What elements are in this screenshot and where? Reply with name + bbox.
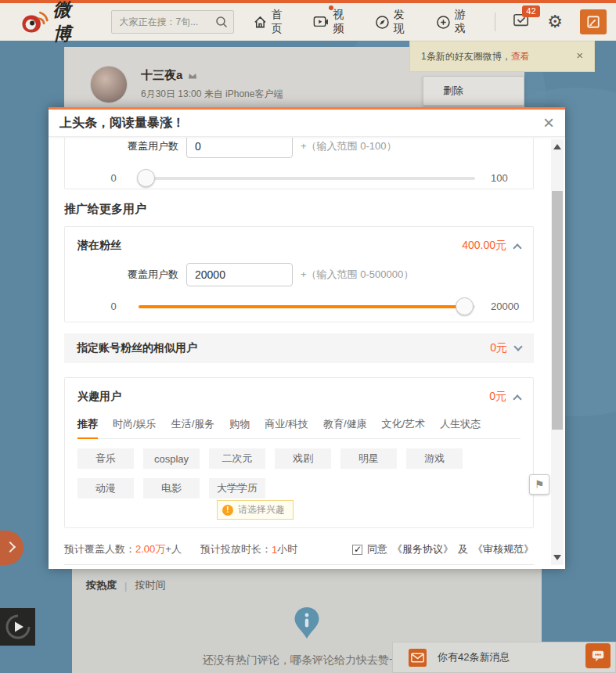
tag-drama[interactable]: 戏剧 bbox=[275, 448, 331, 469]
interest-users-header[interactable]: 兴趣用户 0元 bbox=[77, 387, 521, 406]
fans-slider-row: 0 20000 bbox=[77, 301, 521, 312]
tab-culture-art[interactable]: 文化/艺术 bbox=[382, 412, 426, 438]
nav-right: 42 bbox=[513, 9, 616, 34]
service-agreement-link[interactable]: 《服务协议》 bbox=[392, 542, 453, 556]
toast-close-icon[interactable] bbox=[576, 49, 583, 62]
agree-text: 同意 bbox=[367, 542, 387, 556]
tab-recommended[interactable]: 推荐 bbox=[77, 412, 98, 439]
tag-2d[interactable]: 二次元 bbox=[209, 448, 265, 469]
video-icon bbox=[313, 15, 329, 29]
slider-fill bbox=[139, 305, 465, 308]
weibo-logo[interactable]: 微博 bbox=[20, 0, 91, 46]
nav-item-home[interactable]: 首页 bbox=[253, 8, 294, 36]
comment-sort-row: 按热度 | 按时间 bbox=[86, 578, 165, 592]
collapse-up-icon[interactable] bbox=[513, 243, 521, 252]
weibo-eye-icon bbox=[20, 10, 49, 34]
nav-item-games[interactable]: 游戏 bbox=[436, 8, 477, 36]
tag-anime[interactable]: 动漫 bbox=[77, 478, 134, 498]
play-icon bbox=[5, 614, 31, 640]
summary-row: 预计覆盖人数：2.00万+人 预计投放时长：1小时 同意《服务协议》及《审核规范… bbox=[64, 536, 534, 565]
nav-divider bbox=[495, 13, 495, 31]
chat-bubble-icon bbox=[591, 649, 605, 663]
slider-max-label: 100 bbox=[491, 172, 508, 184]
compass-icon bbox=[375, 15, 390, 30]
tag-celebrity[interactable]: 明星 bbox=[340, 448, 397, 469]
modal-header: 上头条，阅读量暴涨！ bbox=[49, 110, 565, 137]
coverage-input-row: 覆盖用户数 +（输入范围 0-500000） bbox=[77, 263, 521, 286]
fans-slider[interactable] bbox=[139, 305, 475, 308]
section-heading: 推广给更多用户 bbox=[64, 202, 534, 217]
page: 微博 首页 视频 bbox=[0, 0, 616, 673]
scroll-down-arrow[interactable] bbox=[553, 555, 561, 560]
tag-movies[interactable]: 电影 bbox=[143, 478, 200, 498]
coverage-label: 覆盖用户数 bbox=[128, 268, 178, 282]
tab-life-status[interactable]: 人生状态 bbox=[440, 412, 481, 438]
tab-life-services[interactable]: 生活/服务 bbox=[171, 412, 215, 438]
coverage-input-row: 覆盖用户数 +（输入范围 0-100） bbox=[77, 138, 521, 158]
compose-icon bbox=[586, 15, 600, 29]
tag-college-degree[interactable]: 大学学历 bbox=[209, 478, 265, 498]
coverage-label: 预计覆盖人数： bbox=[64, 542, 135, 556]
sort-by-time-tab[interactable]: 按时间 bbox=[135, 578, 165, 592]
message-count-badge: 42 bbox=[522, 5, 539, 17]
nav-item-video[interactable]: 视频 bbox=[313, 8, 355, 36]
tab-fashion-entertainment[interactable]: 时尚/娱乐 bbox=[113, 412, 157, 438]
info-pin-icon bbox=[294, 606, 320, 639]
new-messages-bar[interactable]: 你有42条新消息 bbox=[392, 642, 616, 673]
scroll-up-arrow[interactable] bbox=[553, 144, 561, 149]
similar-users-bar[interactable]: 指定账号粉丝的相似用户 0元 bbox=[64, 333, 534, 363]
search-icon[interactable] bbox=[215, 16, 228, 28]
tag-cosplay[interactable]: cosplay bbox=[143, 448, 200, 469]
gear-icon[interactable] bbox=[547, 13, 563, 31]
agree-checkbox[interactable] bbox=[352, 545, 362, 555]
tag-games[interactable]: 游戏 bbox=[406, 448, 463, 469]
range-hint: +（输入范围 0-100） bbox=[301, 139, 396, 153]
potential-fans-header[interactable]: 潜在粉丝 400.00元 bbox=[77, 236, 521, 255]
expand-down-icon[interactable] bbox=[513, 342, 522, 351]
searchbox bbox=[111, 10, 234, 34]
select-interest-tooltip: 请选择兴趣 bbox=[217, 500, 294, 520]
nav-label: 游戏 bbox=[455, 8, 477, 36]
review-rules-link[interactable]: 《审核规范》 bbox=[473, 542, 534, 556]
bookmark-tool-button[interactable] bbox=[529, 474, 549, 495]
fans-coverage-input[interactable] bbox=[186, 263, 293, 286]
home-icon bbox=[253, 15, 268, 30]
modal-scrollbar[interactable] bbox=[551, 139, 564, 565]
messages-button[interactable]: 42 bbox=[513, 13, 530, 31]
nav-item-discover[interactable]: 发现 bbox=[375, 8, 416, 36]
tab-business-tech[interactable]: 商业/科技 bbox=[265, 412, 308, 438]
duration-label: 预计投放时长： bbox=[200, 542, 272, 556]
potential-fans-panel: 潜在粉丝 400.00元 覆盖用户数 +（输入范围 0-500000） 0 20… bbox=[64, 226, 534, 322]
panel-title: 兴趣用户 bbox=[77, 390, 121, 404]
panel-title: 指定账号粉丝的相似用户 bbox=[77, 341, 197, 355]
slider-handle[interactable] bbox=[456, 297, 474, 315]
coverage-value: 2.00万 bbox=[135, 542, 165, 556]
tab-shopping[interactable]: 购物 bbox=[229, 412, 250, 438]
chat-widget-button[interactable] bbox=[585, 643, 611, 668]
slider-min-label: 0 bbox=[99, 172, 128, 184]
interest-tags-row: 音乐 cosplay 二次元 戏剧 明星 游戏 bbox=[77, 448, 521, 469]
scroll-thumb[interactable] bbox=[552, 191, 563, 430]
payment-row: 微博钱包(支持支付宝） 广告账户 400.00 元 去支付 bbox=[64, 565, 534, 569]
navbar: 微博 首页 视频 bbox=[0, 3, 616, 41]
coverage-label: 覆盖用户数 bbox=[128, 139, 178, 153]
slider-handle[interactable] bbox=[137, 169, 155, 187]
promotion-modal: 上头条，阅读量暴涨！ 覆盖用户数 +（输入范围 0-100） 0 100 bbox=[49, 107, 565, 569]
coverage-slider-row: 0 100 bbox=[77, 172, 521, 184]
tag-music[interactable]: 音乐 bbox=[77, 448, 134, 469]
collapse-up-icon[interactable] bbox=[513, 394, 521, 403]
compose-button[interactable] bbox=[580, 9, 607, 34]
avatar[interactable] bbox=[90, 66, 128, 103]
coverage-input[interactable] bbox=[186, 138, 293, 158]
agree-group: 同意《服务协议》及《审核规范》 bbox=[352, 542, 534, 556]
sort-by-hot-tab[interactable]: 按热度 bbox=[86, 578, 117, 592]
post-username[interactable]: 十三夜a bbox=[141, 68, 198, 83]
toast-view-link[interactable]: 查看 bbox=[511, 50, 530, 63]
tab-education-health[interactable]: 教育/健康 bbox=[323, 412, 367, 438]
slider-max-label: 20000 bbox=[491, 301, 519, 312]
coverage-slider[interactable] bbox=[139, 177, 475, 180]
modal-close-icon[interactable] bbox=[543, 115, 554, 131]
and-text: 及 bbox=[458, 542, 468, 556]
music-player-button[interactable] bbox=[0, 608, 35, 646]
delete-menu-item[interactable]: 删除 bbox=[423, 84, 463, 98]
